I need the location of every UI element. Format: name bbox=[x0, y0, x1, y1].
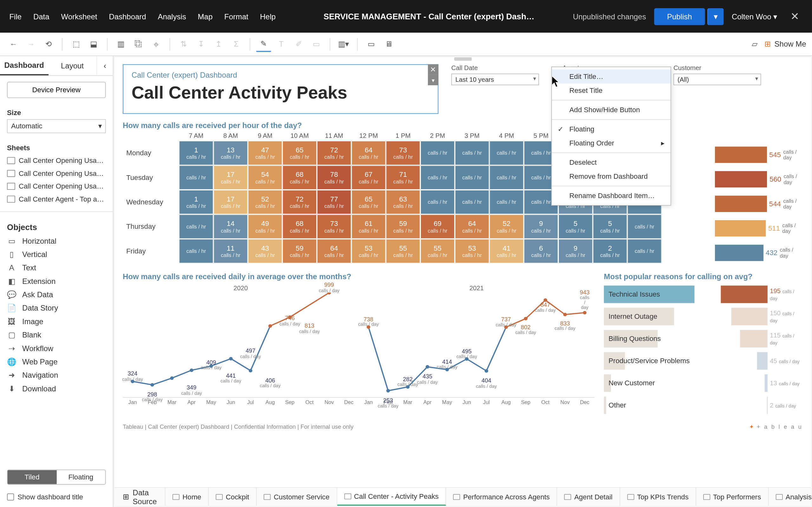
object-workflow[interactable]: ⇢Workflow bbox=[7, 342, 106, 355]
dashboard-title-block[interactable]: ✕ ▾ Call Center (expert) Dashboard Call … bbox=[123, 64, 438, 114]
reason-row[interactable]: Internet Outage 150 calls / day bbox=[604, 305, 803, 328]
menu-map[interactable]: Map bbox=[192, 7, 218, 25]
heatmap-cell[interactable]: 5calls / hr bbox=[558, 214, 593, 239]
tab-home[interactable]: Home bbox=[165, 488, 209, 506]
heatmap-cell[interactable]: calls / hr bbox=[455, 141, 490, 165]
title-close-icon[interactable]: ✕ bbox=[428, 64, 438, 75]
object-navigation[interactable]: ➜Navigation bbox=[7, 369, 106, 382]
heatmap-cell[interactable]: calls / hr bbox=[420, 190, 455, 214]
sidebar-tab-layout[interactable]: Layout bbox=[48, 56, 96, 75]
object-download[interactable]: ⬇Download bbox=[7, 382, 106, 395]
show-title-checkbox[interactable]: Show dashboard title bbox=[7, 493, 106, 501]
ctx-floating-order[interactable]: Floating Order▸ bbox=[552, 136, 670, 150]
new-data-icon[interactable]: ⬚ bbox=[68, 37, 84, 52]
heatmap-cell[interactable]: 65calls / hr bbox=[351, 190, 386, 214]
heatmap-cell[interactable]: 65calls / hr bbox=[282, 141, 317, 165]
menu-dashboard[interactable]: Dashboard bbox=[103, 7, 152, 25]
heatmap-cell[interactable]: 69calls / hr bbox=[420, 214, 455, 239]
collapse-sidebar-icon[interactable]: ‹ bbox=[96, 56, 113, 75]
filter-select-customer[interactable]: (All) bbox=[673, 73, 761, 85]
reason-row[interactable]: Technical Issues 195 calls / day bbox=[604, 283, 803, 305]
heatmap-cell[interactable]: 73calls / hr bbox=[317, 214, 351, 239]
heatmap-cell[interactable]: calls / hr bbox=[179, 214, 213, 239]
total-bar[interactable]: 560 calls / day bbox=[715, 167, 803, 191]
heatmap-cell[interactable]: 61calls / hr bbox=[351, 214, 386, 239]
heatmap-cell[interactable]: 49calls / hr bbox=[248, 214, 282, 239]
publish-dropdown[interactable]: ▾ bbox=[707, 8, 723, 25]
highlight-icon[interactable]: ✎ bbox=[256, 37, 271, 52]
object-data story[interactable]: 📄Data Story bbox=[7, 301, 106, 315]
heatmap-cell[interactable]: calls / hr bbox=[455, 190, 490, 214]
present-icon[interactable]: ▭ bbox=[363, 37, 379, 52]
heatmap-cell[interactable]: 47calls / hr bbox=[248, 141, 282, 165]
heatmap-cell[interactable]: calls / hr bbox=[627, 214, 662, 239]
heatmap-cell[interactable]: 13calls / hr bbox=[213, 141, 248, 165]
menu-file[interactable]: File bbox=[3, 7, 27, 25]
object-text[interactable]: AText bbox=[7, 261, 106, 274]
heatmap-cell[interactable]: calls / hr bbox=[179, 165, 213, 190]
ctx-reset-title[interactable]: Reset Title bbox=[552, 83, 670, 98]
tab-data-source[interactable]: ⊞ Data Source bbox=[114, 488, 165, 506]
filter-select-calldate[interactable]: Last 10 years bbox=[451, 73, 539, 85]
ctx-remove-from-dashboard[interactable]: Remove from Dashboard bbox=[552, 169, 670, 183]
menu-format[interactable]: Format bbox=[218, 7, 254, 25]
tab-cockpit[interactable]: Cockpit bbox=[209, 488, 257, 506]
heatmap-cell[interactable]: 68calls / hr bbox=[282, 165, 317, 190]
heatmap-cell[interactable]: 64calls / hr bbox=[455, 214, 490, 239]
heatmap-cell[interactable]: 64calls / hr bbox=[317, 239, 351, 263]
heatmap-cell[interactable]: calls / hr bbox=[179, 239, 213, 263]
heatmap-cell[interactable]: 9calls / hr bbox=[524, 214, 558, 239]
heatmap-cell[interactable]: 55calls / hr bbox=[420, 239, 455, 263]
heatmap-cell[interactable]: 17calls / hr bbox=[213, 165, 248, 190]
menu-help[interactable]: Help bbox=[254, 7, 281, 25]
object-horizontal[interactable]: ▭Horizontal bbox=[7, 234, 106, 247]
presentation-mode-icon[interactable]: ▱ bbox=[747, 37, 762, 52]
heatmap-cell[interactable]: 1calls / hr bbox=[179, 141, 213, 165]
heatmap-cell[interactable]: 53calls / hr bbox=[351, 239, 386, 263]
heatmap-cell[interactable]: 6calls / hr bbox=[524, 239, 558, 263]
undo-icon[interactable]: ← bbox=[6, 37, 21, 52]
user-menu[interactable]: Colten Woo ▾ bbox=[732, 12, 777, 21]
total-bar[interactable]: 511 calls / day bbox=[715, 216, 803, 240]
tab-call-center---activity-peaks[interactable]: Call Center - Activity Peaks bbox=[337, 488, 446, 506]
tab-top-kpis-trends[interactable]: Top KPIs Trends bbox=[620, 488, 696, 506]
tab-top-performers[interactable]: Top Performers bbox=[696, 488, 769, 506]
heatmap-cell[interactable]: 14calls / hr bbox=[213, 214, 248, 239]
heatmap-cell[interactable]: 64calls / hr bbox=[351, 141, 386, 165]
heatmap-cell[interactable]: calls / hr bbox=[627, 239, 662, 263]
heatmap-cell[interactable]: 11calls / hr bbox=[213, 239, 248, 263]
menu-worksheet[interactable]: Worksheet bbox=[55, 7, 103, 25]
text-icon[interactable]: T bbox=[274, 37, 289, 52]
tab-analysis---adhoc[interactable]: Analysis - Adhoc bbox=[768, 488, 812, 506]
sheet-item[interactable]: Call Center Agent - Top a… bbox=[7, 193, 106, 206]
ctx-edit-title-[interactable]: Edit Title… bbox=[552, 69, 670, 83]
heatmap-cell[interactable]: 52calls / hr bbox=[490, 214, 524, 239]
heatmap-cell[interactable]: calls / hr bbox=[490, 190, 524, 214]
object-image[interactable]: 🖼Image bbox=[7, 315, 106, 328]
size-select[interactable]: Automatic▾ bbox=[7, 119, 106, 133]
heatmap-cell[interactable]: 41calls / hr bbox=[490, 239, 524, 263]
tab-performance-across-agents[interactable]: Performance Across Agents bbox=[446, 488, 557, 506]
object-ask data[interactable]: 💬Ask Data bbox=[7, 288, 106, 301]
show-me-button[interactable]: ⊞ Show Me bbox=[764, 40, 806, 49]
reason-row[interactable]: Product/Service Problems 45 calls / day bbox=[604, 350, 803, 372]
title-dropdown-icon[interactable]: ▾ bbox=[428, 75, 438, 85]
clear-icon[interactable]: ⟐ bbox=[148, 37, 164, 52]
heatmap-cell[interactable]: 68calls / hr bbox=[282, 214, 317, 239]
ctx-add-show-hide-button[interactable]: Add Show/Hide Button bbox=[552, 103, 670, 117]
menu-data[interactable]: Data bbox=[28, 7, 55, 25]
object-blank[interactable]: ▢Blank bbox=[7, 328, 106, 342]
total-bar[interactable]: 544 calls / day bbox=[715, 192, 803, 216]
fit-icon[interactable]: ▥▾ bbox=[336, 37, 351, 52]
heatmap-cell[interactable]: 43calls / hr bbox=[248, 239, 282, 263]
heatmap-cell[interactable]: 59calls / hr bbox=[386, 214, 420, 239]
heatmap-cell[interactable]: 73calls / hr bbox=[386, 141, 420, 165]
ctx-deselect[interactable]: Deselect bbox=[552, 155, 670, 169]
heatmap-cell[interactable]: 78calls / hr bbox=[317, 165, 351, 190]
heatmap-cell[interactable]: 77calls / hr bbox=[317, 190, 351, 214]
sheet-item[interactable]: Call Center Opening Usa… bbox=[7, 180, 106, 193]
borders-icon[interactable]: ▭ bbox=[309, 37, 324, 52]
tab-agent-detail[interactable]: Agent Detail bbox=[557, 488, 620, 506]
object-vertical[interactable]: ▯Vertical bbox=[7, 247, 106, 261]
sort-asc-icon[interactable]: ↧ bbox=[194, 37, 209, 52]
